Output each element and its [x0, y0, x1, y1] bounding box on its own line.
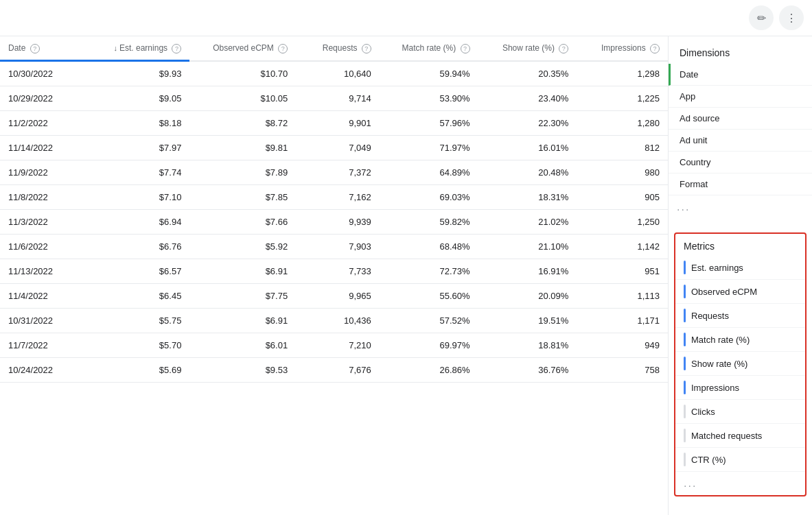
table-cell: 10/29/2022 [0, 86, 84, 110]
table-cell: 11/4/2022 [0, 283, 84, 308]
sidebar-item-app[interactable]: App [669, 86, 812, 108]
metric-item-observed-ecpm[interactable]: Observed eCPM [675, 280, 805, 304]
edit-button[interactable]: ✏ [749, 5, 774, 30]
table-cell: $6.94 [84, 209, 190, 234]
table-cell: 7,049 [296, 135, 380, 160]
col-label-showrate: Show rate (%) [502, 43, 555, 53]
metric-item-matched-requests[interactable]: Matched requests [675, 424, 805, 448]
table-cell: 10/30/2022 [0, 61, 84, 86]
table-row: 11/4/2022$6.45$7.759,96555.60%20.09%1,11… [0, 283, 668, 308]
sidebar: Dimensions DateAppAd sourceAd unitCountr… [668, 36, 812, 515]
table-cell: $5.75 [84, 308, 190, 333]
table-cell: 1,298 [577, 61, 668, 86]
table-cell: $7.97 [84, 135, 190, 160]
table-cell: 11/6/2022 [0, 234, 84, 259]
table-cell: $6.45 [84, 283, 190, 308]
metric-item-requests[interactable]: Requests [675, 304, 805, 328]
more-options-button[interactable]: ⋮ [779, 5, 804, 30]
col-header-matchrate: Match rate (%) ? [380, 36, 478, 61]
help-icon-impressions[interactable]: ? [650, 44, 660, 53]
table-cell: 10/24/2022 [0, 357, 84, 382]
metric-item-est.-earnings[interactable]: Est. earnings [675, 256, 805, 280]
col-label-ecpm: Observed eCPM [213, 43, 274, 53]
table-row: 11/9/2022$7.74$7.897,37264.89%20.48%980 [0, 160, 668, 184]
col-header-impressions: Impressions ? [577, 36, 668, 61]
table-cell: 19.51% [478, 308, 577, 333]
help-icon-date[interactable]: ? [30, 44, 40, 53]
header-row: Date ? ↓ Est. earnings ? Observed eCPM [0, 36, 668, 61]
col-label-impressions: Impressions [601, 43, 646, 53]
table-row: 11/7/2022$5.70$6.017,21069.97%18.81%949 [0, 333, 668, 357]
table-cell: 1,142 [577, 234, 668, 259]
table-cell: $7.10 [84, 184, 190, 209]
table-cell: 59.82% [380, 209, 478, 234]
dimensions-more[interactable]: ... [669, 195, 812, 219]
metric-label: Observed eCPM [691, 287, 757, 297]
table-cell: 1,250 [577, 209, 668, 234]
edit-icon: ✏ [757, 12, 766, 25]
table-cell: $5.92 [189, 234, 296, 259]
sidebar-item-format[interactable]: Format [669, 173, 812, 195]
table-cell: 21.02% [478, 209, 577, 234]
table-cell: 20.48% [478, 160, 577, 184]
metric-label: Clicks [691, 407, 715, 417]
sidebar-item-date[interactable]: Date [669, 64, 812, 86]
sidebar-item-ad-source[interactable]: Ad source [669, 108, 812, 130]
col-header-ecpm: Observed eCPM ? [189, 36, 296, 61]
sidebar-item-country[interactable]: Country [669, 152, 812, 173]
metric-dot [684, 309, 686, 322]
table-cell: 10,640 [296, 61, 380, 86]
dimensions-title: Dimensions [669, 45, 812, 64]
date-underline [0, 60, 84, 62]
table-cell: $5.70 [84, 333, 190, 357]
table-cell: 1,113 [577, 283, 668, 308]
table-cell: 758 [577, 357, 668, 382]
table-header: Date ? ↓ Est. earnings ? Observed eCPM [0, 36, 668, 61]
table-cell: $6.76 [84, 234, 190, 259]
metric-item-clicks[interactable]: Clicks [675, 400, 805, 424]
col-label-matchrate: Match rate (%) [402, 43, 456, 53]
metric-item-ctr-[interactable]: CTR (%) [675, 448, 805, 472]
table-row: 11/2/2022$8.18$8.729,90157.96%22.30%1,28… [0, 110, 668, 135]
metric-label: Matched requests [691, 431, 762, 441]
table-row: 11/6/2022$6.76$5.927,90368.48%21.10%1,14… [0, 234, 668, 259]
metric-dot [684, 285, 686, 298]
help-icon-ecpm[interactable]: ? [278, 44, 288, 53]
help-icon-matchrate[interactable]: ? [461, 44, 470, 53]
table-cell: 9,901 [296, 110, 380, 135]
earnings-underline [84, 60, 190, 62]
table-cell: 20.09% [478, 283, 577, 308]
metric-label: Requests [691, 311, 729, 321]
metric-item-impressions[interactable]: Impressions [675, 376, 805, 400]
data-table: Date ? ↓ Est. earnings ? Observed eCPM [0, 36, 668, 383]
table-cell: 59.94% [380, 61, 478, 86]
metric-item-show-rate-[interactable]: Show rate (%) [675, 352, 805, 376]
metrics-more[interactable]: ... [675, 472, 805, 495]
col-label-earnings: Est. earnings [119, 43, 167, 53]
help-icon-showrate[interactable]: ? [559, 44, 568, 53]
table-cell: 71.97% [380, 135, 478, 160]
col-header-date: Date ? [0, 36, 84, 61]
table-cell: 23.40% [478, 86, 577, 110]
table-cell: $5.69 [84, 357, 190, 382]
metric-dot [684, 429, 686, 442]
table-cell: 9,965 [296, 283, 380, 308]
table-cell: 18.81% [478, 333, 577, 357]
sidebar-item-ad-unit[interactable]: Ad unit [669, 130, 812, 152]
help-icon-earnings[interactable]: ? [172, 44, 181, 53]
table-cell: 11/9/2022 [0, 160, 84, 184]
help-icon-requests[interactable]: ? [362, 44, 371, 53]
table-cell: $7.66 [189, 209, 296, 234]
metric-item-match-rate-[interactable]: Match rate (%) [675, 328, 805, 352]
table-cell: 57.96% [380, 110, 478, 135]
table-cell: 21.10% [478, 234, 577, 259]
table-cell: 20.35% [478, 61, 577, 86]
metric-label: CTR (%) [691, 455, 726, 465]
table-cell: 951 [577, 259, 668, 283]
table-cell: $6.01 [189, 333, 296, 357]
table-cell: 53.90% [380, 86, 478, 110]
table-cell: $7.85 [189, 184, 296, 209]
table-cell: 36.76% [478, 357, 577, 382]
table-cell: 10/31/2022 [0, 308, 84, 333]
table-cell: 980 [577, 160, 668, 184]
